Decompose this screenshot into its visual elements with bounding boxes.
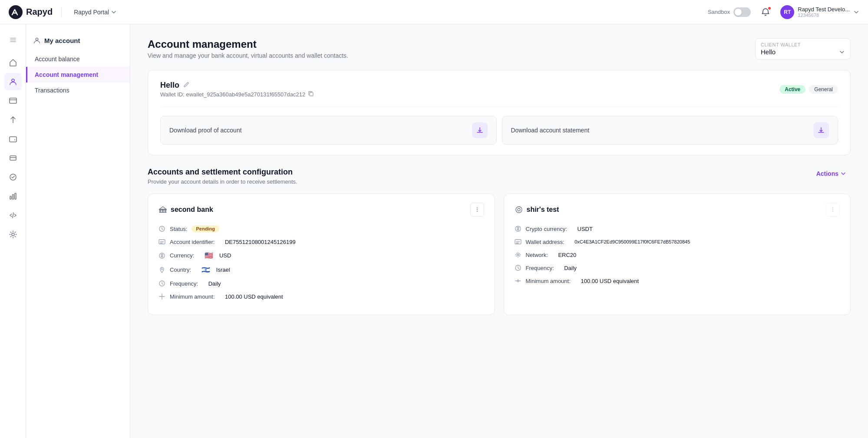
network-value: ERC20 [558,252,576,258]
wallet-chevron-icon [839,49,845,55]
crypto-frequency-value: Daily [564,265,577,271]
sidebar-icon-payout[interactable] [4,111,22,128]
download-statement-icon-wrapper [813,122,829,138]
svg-point-27 [832,211,833,212]
bank-account-card: second bank Status: [148,194,495,315]
crypto-min-amount-row: Minimum amount: 100.00 USD equivalent [515,277,840,284]
crypto-icon [515,205,523,214]
copy-icon[interactable] [308,91,314,98]
actions-button[interactable]: Actions [812,168,851,180]
sidebar-item-account-management[interactable]: Account management [26,67,130,82]
crypto-card-name: shir's test [527,206,559,214]
sidebar-icon-card[interactable] [4,149,22,167]
bank-card-more-button[interactable] [470,203,484,217]
network-label: Network: [526,252,548,258]
client-wallet-name: Hello [761,48,776,56]
sidebar-icon-dev[interactable] [4,207,22,224]
status-label: Status: [170,226,187,232]
page-title-block: Account management View and manage your … [148,38,348,59]
sidebar-icon-account[interactable] [4,73,22,90]
page-header: Account management View and manage your … [148,38,851,59]
svg-point-18 [476,211,477,212]
svg-point-30 [517,254,519,256]
check-circle-icon [9,173,17,181]
user-info[interactable]: RT Rapyd Test Develo... 12345678 [780,5,859,19]
min-amount-icon [158,293,165,300]
wallet-address-icon [515,238,521,245]
crypto-frequency-label: Frequency: [526,265,554,271]
expand-sidebar-button[interactable] [4,31,22,49]
payment-icon [9,96,17,105]
crypto-currency-value: USDT [578,226,593,232]
svg-rect-15 [165,210,166,212]
currency-label: Currency: [170,252,194,259]
svg-point-10 [36,38,38,40]
crypto-currency-icon [515,225,521,232]
status-icon [158,225,165,232]
wallet-icon [9,135,17,143]
sidebar-icon-payments[interactable] [4,92,22,109]
badge-active: Active [779,85,805,94]
edit-icon[interactable] [183,81,190,89]
home-icon [9,58,17,67]
topbar-right: Sandbox RT Rapyd Test Develo... 12345678 [708,4,859,20]
crypto-card-title: shir's test [515,205,559,214]
code-icon [9,211,17,220]
actions-chevron-icon [840,171,846,177]
accounts-grid: second bank Status: [148,194,851,315]
sidebar-icon-reports[interactable] [4,188,22,205]
client-wallet-label: Client wallet [761,42,845,47]
wallet-title-row: Hello [160,81,314,90]
country-value: Israel [216,267,230,273]
bank-card-header: second bank [158,203,484,217]
page-title: Account management [148,38,348,50]
bank-currency-row: Currency: 🇺🇸 USD [158,251,484,260]
sandbox-toggle-track[interactable] [733,7,751,17]
chevron-down-icon [111,9,117,15]
accounts-section-title: Accounts and settlement configuration [148,168,297,177]
bank-card-title: second bank [158,205,213,214]
portal-label: Rapyd Portal [74,9,109,16]
crypto-currency-row: Crypto currency: USDT [515,225,840,232]
crypto-min-amount-value: 100.00 USD equivalent [581,278,639,284]
currency-icon [158,252,165,259]
frequency-label: Frequency: [170,280,198,287]
country-label: Country: [170,267,191,273]
wallet-header: Hello Wallet ID: ewallet_925a360ab49e5a2… [160,81,838,98]
notification-badge [767,6,772,10]
actions-label: Actions [816,170,838,177]
gear-icon [9,230,17,239]
sandbox-toggle-thumb [735,9,742,16]
network-icon [515,251,521,258]
sidebar-icon-settings[interactable] [4,226,22,243]
accounts-section-info: Accounts and settlement configuration Pr… [148,168,297,185]
portal-selector[interactable]: Rapyd Portal [70,7,120,17]
sidebar-nav: My account Account balance Account manag… [26,24,130,438]
bar-chart-icon [9,192,17,201]
pencil-icon [183,81,190,88]
notifications-button[interactable] [758,4,773,20]
main-content: Account management View and manage your … [130,24,868,438]
user-chevron-icon [853,9,859,15]
sidebar-icon-wallet[interactable] [4,130,22,148]
sidebar-icon-home[interactable] [4,54,22,71]
sidebar-item-account-balance[interactable]: Account balance [26,51,130,67]
svg-rect-13 [160,210,161,212]
user-name: Rapyd Test Develo... [798,6,850,13]
svg-point-17 [476,209,477,210]
user-details: Rapyd Test Develo... 12345678 [798,6,850,18]
expand-icon [9,36,17,44]
status-badge: Pending [191,225,219,232]
crypto-card-more-button[interactable] [826,203,840,217]
crypto-card-header: shir's test [515,203,840,217]
frequency-value: Daily [208,280,221,287]
network-row: Network: ERC20 [515,251,840,258]
svg-point-22 [162,268,163,270]
download-statement-button[interactable]: Download account statement [502,116,838,145]
sidebar-icon-verify[interactable] [4,168,22,186]
topbar: Rapyd Rapyd Portal Sandbox RT Rapyd Test… [0,0,868,24]
sidebar-item-transactions[interactable]: Transactions [26,82,130,98]
svg-rect-8 [15,193,16,199]
download-proof-button[interactable]: Download proof of account [160,116,497,145]
client-wallet-selector[interactable]: Client wallet Hello [755,38,851,59]
